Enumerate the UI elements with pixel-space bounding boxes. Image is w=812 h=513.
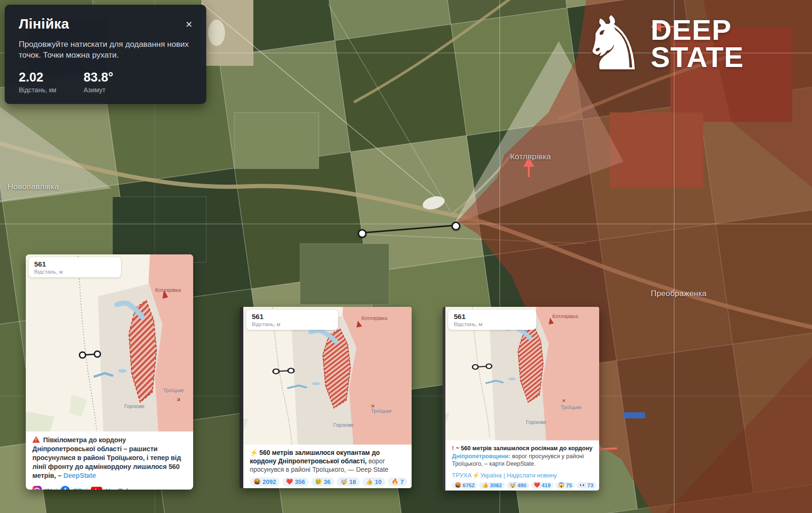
azimuth-stat: 83.8° Азимут xyxy=(83,70,113,94)
close-icon[interactable]: × xyxy=(184,18,194,31)
social-links-row: IN | f FB | YouTube xyxy=(32,486,187,490)
mini-map-distance-box: 561 Відстань, м xyxy=(246,310,338,330)
logo-line-state: STATE xyxy=(651,41,744,73)
mini-distance-value: 561 xyxy=(454,312,531,320)
ruler-description: Продовжуйте натискати для додавання нови… xyxy=(19,39,192,61)
reaction-pill[interactable]: 😢36 xyxy=(311,477,334,486)
distance-label: Відстань, км xyxy=(19,86,56,94)
mini-map-graphic: ✈ xyxy=(26,254,193,431)
channel-link[interactable]: ТРУХА xyxy=(452,472,472,479)
reaction-pill[interactable]: 🤬6752 xyxy=(452,482,477,489)
mini-label-horikhove: Горіхове xyxy=(526,419,546,425)
reaction-emoji: 🤬 xyxy=(455,483,461,488)
ruler-panel: Лінійка × Продовжуйте натискати для дода… xyxy=(5,5,206,104)
reaction-count: 419 xyxy=(541,483,550,488)
reaction-count: 3082 xyxy=(490,483,502,488)
youtube-link[interactable]: YouTube xyxy=(105,487,135,490)
ruler-panel-title: Лінійка xyxy=(19,16,69,32)
reaction-emoji: ❤️ xyxy=(286,479,293,484)
ruler-point-end[interactable] xyxy=(451,222,460,230)
mini-label-kotliarivka: Котлярівка xyxy=(361,315,387,321)
reaction-pill[interactable]: 👍3082 xyxy=(479,482,504,489)
reaction-pill[interactable]: 😱75 xyxy=(556,482,575,489)
mini-map-distance-box: 561 Відстань, м xyxy=(448,310,536,330)
map-label-preobrazhenka: Преображенка xyxy=(651,289,707,298)
mini-label-kotliarivka: Котлярівка xyxy=(552,313,578,319)
mini-map: ✈ 561 Відстань, м Котлярівка Троїцьке Го… xyxy=(243,307,412,445)
reaction-pill[interactable]: 🤯490 xyxy=(507,482,529,489)
reaction-emoji: 🔥 xyxy=(391,479,398,484)
mini-label-kotliarivka: Котлярівка xyxy=(155,287,181,293)
knight-icon: ♞ xyxy=(580,8,647,79)
reactions-row: 🤬6752 👍3082 🤯490 ❤️419 😱75 👀73 😢57 xyxy=(452,482,593,489)
instagram-link[interactable]: IN xyxy=(45,487,52,490)
mini-map: ✈ 561 Відстань, м Котлярівка Троїцьке Го… xyxy=(445,307,599,440)
post-card-telegram-1: ✈ 561 Відстань, м Котлярівка Троїцьке Го… xyxy=(240,307,412,488)
reaction-pill[interactable]: 🤬2092 xyxy=(250,477,280,486)
post-card-deepstate: ✈ 561 Відстань, м Котлярівка Троїцьке Го… xyxy=(26,254,193,490)
warning-icon xyxy=(32,436,40,443)
reaction-emoji: 👍 xyxy=(366,479,373,484)
reaction-emoji: 🤬 xyxy=(254,479,261,484)
post-text: !~ 560 метрів залишилося росіянам до кор… xyxy=(452,445,593,468)
mini-label-troitske: Троїцьке xyxy=(163,387,184,393)
submit-news-link[interactable]: Надіслати новину xyxy=(507,472,557,479)
distance-stat: 2.02 Відстань, км xyxy=(19,70,56,94)
logo-text: DEEP STATE xyxy=(651,16,744,71)
reaction-count: 10 xyxy=(375,478,381,485)
reaction-count: 356 xyxy=(295,478,305,485)
reaction-emoji: 👍 xyxy=(482,483,489,488)
ruler-point-start[interactable] xyxy=(358,229,367,238)
lightning-icon: ⚡ xyxy=(472,472,480,479)
lightning-icon: ⚡ xyxy=(250,449,258,456)
separator: | xyxy=(504,472,505,479)
instagram-icon[interactable] xyxy=(32,486,42,490)
deepstate-logo: ♞ DEEP STATE xyxy=(580,8,744,79)
youtube-icon[interactable] xyxy=(91,487,102,490)
reaction-pill[interactable]: 🔥7 xyxy=(388,477,407,486)
azimuth-value: 83.8° xyxy=(83,70,113,85)
reaction-count: 490 xyxy=(517,483,526,488)
reaction-pill[interactable]: 😢57 xyxy=(598,482,599,489)
facebook-icon[interactable]: f xyxy=(60,486,70,490)
mini-distance-value: 561 xyxy=(34,260,115,268)
distance-value: 2.02 xyxy=(19,70,56,85)
mini-distance-label: Відстань, м xyxy=(34,269,115,275)
reaction-pill[interactable]: 👀1 xyxy=(410,477,412,486)
reaction-pill[interactable]: ❤️356 xyxy=(282,477,309,486)
map-label-kotliarivka: Котлярівка xyxy=(510,152,551,162)
reaction-count: 7 xyxy=(400,478,404,485)
separator: | xyxy=(55,487,57,490)
reaction-emoji: 👀 xyxy=(579,483,586,488)
reaction-pill[interactable]: 👍10 xyxy=(362,477,385,486)
facebook-link[interactable]: FB xyxy=(73,487,83,490)
region-link[interactable]: Дніпропетровщини: xyxy=(452,453,511,460)
reaction-pill[interactable]: 🤯16 xyxy=(337,477,360,486)
mini-label-horikhove: Горіхове xyxy=(124,403,144,409)
post-text-main: Півкілометра до кордону Дніпропетровсько… xyxy=(32,436,181,479)
mini-map-distance-box: 561 Відстань, м xyxy=(29,257,121,277)
mini-map: ✈ 561 Відстань, м Котлярівка Троїцьке Го… xyxy=(26,254,193,431)
post-text-bold: 560 метрів залишилося окупантам до кордо… xyxy=(250,449,380,465)
azimuth-label: Азимут xyxy=(83,86,113,94)
channel-row: ТРУХА⚡Україна | Надіслати новину xyxy=(452,472,593,479)
channel-country-link[interactable]: Україна xyxy=(480,472,502,479)
post-text: ⚡560 метрів залишилося окупантам до корд… xyxy=(250,449,405,474)
reaction-count: 73 xyxy=(587,483,594,488)
reaction-count: 36 xyxy=(324,478,331,485)
exclamation-icon: ! xyxy=(452,445,454,452)
post-card-telegram-2: ✈ 561 Відстань, м Котлярівка Троїцьке Го… xyxy=(443,307,599,491)
reaction-emoji: ❤️ xyxy=(534,483,541,488)
separator: | xyxy=(86,487,88,490)
reaction-pill[interactable]: ❤️419 xyxy=(531,482,554,489)
mini-label-troitske: Троїцьке xyxy=(561,404,581,410)
mini-distance-value: 561 xyxy=(252,312,332,320)
map-label-novopavlivka: Новопавлівка xyxy=(8,182,59,192)
deepstate-link[interactable]: DeepState xyxy=(63,472,96,479)
mini-label-horikhove: Горіхове xyxy=(333,422,353,428)
reaction-count: 2092 xyxy=(263,478,276,485)
reaction-emoji: 🤯 xyxy=(510,483,516,488)
reaction-pill[interactable]: 👀73 xyxy=(577,482,596,489)
post-text: Півкілометра до кордону Дніпропетровсько… xyxy=(32,436,187,480)
reaction-emoji: 🤯 xyxy=(340,479,347,484)
